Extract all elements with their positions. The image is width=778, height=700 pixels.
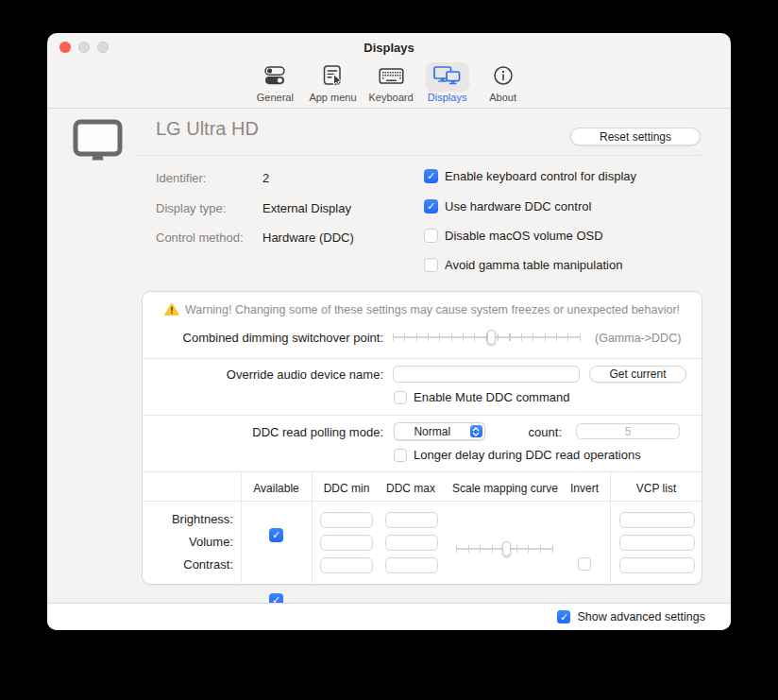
dimming-label: Combined dimming switchover point: — [143, 331, 383, 345]
dimming-suffix: (Gamma->DDC) — [595, 332, 681, 345]
volume-ddc-max-field[interactable] — [385, 535, 438, 551]
show-advanced-label: Show advanced settings — [577, 610, 705, 623]
traffic-lights — [59, 42, 109, 53]
count-label: count: — [467, 425, 562, 439]
slider-knob[interactable] — [502, 541, 511, 556]
checkbox-label: Longer delay during DDC read operations — [414, 448, 641, 462]
volume-vcp-field[interactable] — [619, 535, 695, 551]
info-value: External Display — [262, 201, 351, 215]
switches-icon — [262, 65, 287, 90]
titlebar: Displays — [47, 33, 731, 61]
checkbox-label: Use hardware DDC control — [445, 199, 591, 213]
advanced-settings-panel: Warning! Changing some of these settings… — [142, 291, 702, 585]
monitor-icon — [73, 119, 123, 168]
section-divider — [143, 471, 702, 472]
column-divider — [610, 471, 611, 583]
popup-value: Normal — [395, 425, 470, 438]
header-divider — [136, 155, 701, 156]
brightness-available-checkbox[interactable] — [269, 528, 283, 542]
keyboard-icon — [379, 66, 404, 89]
reset-settings-button[interactable]: Reset settings — [570, 128, 701, 145]
polling-mode-label: DDC read polling mode: — [143, 425, 383, 439]
info-icon — [493, 65, 514, 90]
minimize-button[interactable] — [78, 42, 90, 53]
hardware-ddc-checkbox[interactable] — [424, 199, 438, 213]
brightness-invert-checkbox[interactable] — [578, 557, 591, 571]
tab-app-menu[interactable]: App menu — [309, 62, 356, 103]
col-header-ddc-min: DDC min — [313, 482, 380, 495]
column-divider — [312, 471, 313, 583]
tab-keyboard[interactable]: Keyboard — [369, 62, 414, 103]
info-value: 2 — [262, 171, 269, 185]
checkbox-label: Enable keyboard control for display — [445, 169, 636, 183]
avoid-gamma-checkbox[interactable] — [424, 258, 438, 272]
col-header-invert: Invert — [562, 482, 607, 495]
contrast-ddc-min-field[interactable] — [320, 557, 373, 573]
row-label-volume: Volume: — [143, 535, 233, 549]
col-header-available: Available — [241, 482, 312, 495]
checkbox-label: Disable macOS volume OSD — [445, 229, 603, 243]
checkbox-label: Avoid gamma table manipulation — [445, 258, 622, 272]
row-label-contrast: Contrast: — [143, 557, 233, 572]
brightness-ddc-min-field[interactable] — [320, 512, 373, 528]
col-header-vcp-list: VCP list — [612, 482, 701, 495]
tab-label: About — [489, 92, 516, 103]
longer-delay-checkbox[interactable] — [394, 449, 407, 462]
contrast-ddc-max-field[interactable] — [385, 557, 438, 573]
menu-document-icon — [321, 64, 344, 91]
mute-ddc-checkbox[interactable] — [394, 391, 407, 404]
get-current-button[interactable]: Get current — [589, 366, 686, 383]
zoom-button[interactable] — [97, 42, 109, 53]
info-value: Hardware (DDC) — [262, 230, 354, 245]
displays-icon — [432, 64, 462, 91]
info-label: Identifier: — [156, 171, 206, 185]
checkbox-label: Enable Mute DDC command — [414, 390, 569, 404]
brightness-vcp-field[interactable] — [619, 512, 695, 528]
toolbar: General App menu — [47, 61, 731, 108]
window: Displays General — [47, 33, 731, 630]
section-divider — [143, 358, 702, 359]
show-advanced-checkbox[interactable] — [557, 610, 570, 623]
count-field[interactable]: 5 — [576, 423, 680, 439]
keyboard-control-checkbox[interactable] — [424, 169, 438, 183]
info-label: Display type: — [156, 201, 226, 215]
disable-osd-checkbox[interactable] — [424, 229, 438, 243]
dimming-slider[interactable] — [393, 330, 581, 345]
contrast-vcp-field[interactable] — [619, 557, 695, 573]
col-header-scale-curve: Scale mapping curve — [443, 482, 567, 495]
audio-override-label: Override audio device name: — [143, 367, 383, 382]
row-label-brightness: Brightness: — [143, 512, 233, 526]
slider-knob[interactable] — [487, 330, 496, 345]
info-label: Control method: — [156, 230, 244, 245]
display-name: LG Ultra HD — [156, 118, 259, 140]
content: LG Ultra HD Reset settings Identifier: 2… — [47, 109, 731, 603]
brightness-scale-slider[interactable] — [456, 541, 553, 556]
audio-name-input[interactable] — [393, 366, 580, 383]
warning-icon — [164, 302, 179, 316]
table-header-divider — [143, 501, 702, 502]
footer: Show advanced settings — [47, 603, 731, 630]
window-title: Displays — [47, 33, 731, 63]
section-divider — [143, 415, 702, 416]
tab-displays[interactable]: Displays — [426, 62, 469, 103]
tab-label: Displays — [428, 92, 467, 103]
col-header-ddc-max: DDC max — [379, 482, 443, 495]
tab-label: Keyboard — [369, 92, 414, 103]
tab-about[interactable]: About — [482, 62, 525, 103]
volume-ddc-min-field[interactable] — [320, 535, 373, 551]
warning-text: Warning! Changing some of these settings… — [185, 303, 680, 316]
brightness-ddc-max-field[interactable] — [385, 512, 438, 528]
close-button[interactable] — [59, 42, 71, 53]
tab-label: General — [257, 92, 294, 103]
tab-label: App menu — [309, 92, 356, 103]
tab-general[interactable]: General — [253, 62, 296, 103]
